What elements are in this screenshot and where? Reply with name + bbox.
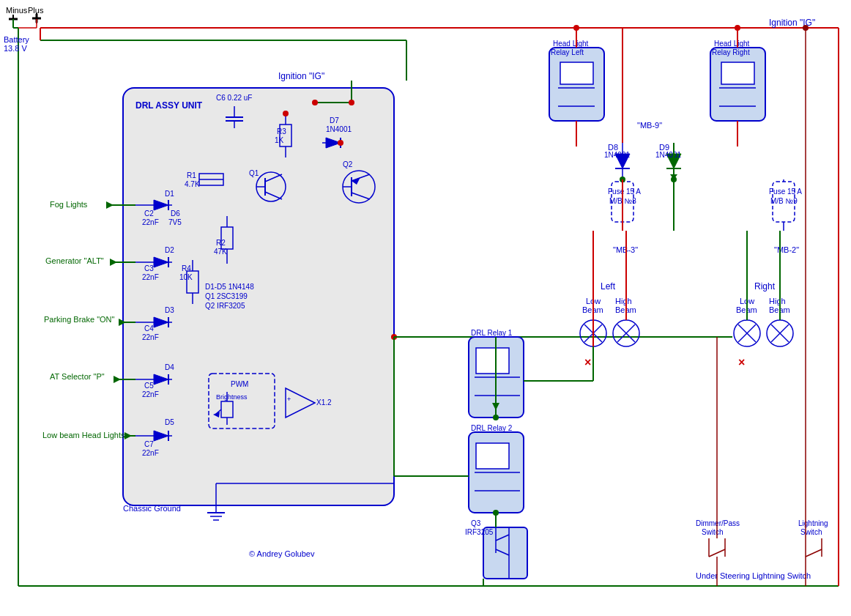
svg-text:Relay Left: Relay Left [551,48,584,56]
svg-text:C6 0.22 uF: C6 0.22 uF [216,94,252,102]
schematic-diagram: Ignition "IG" Ignition "IG" Head Light R… [0,0,851,616]
svg-text:M/B №9: M/B №9 [770,197,798,205]
svg-text:"MB-2": "MB-2" [774,245,799,254]
svg-text:Head Light: Head Light [553,40,589,48]
svg-rect-21 [560,62,593,84]
svg-text:+: + [287,396,291,403]
svg-text:Generator "ALT": Generator "ALT" [45,256,104,265]
svg-text:DRL Relay 2: DRL Relay 2 [471,424,513,432]
svg-text:C2: C2 [144,209,154,218]
svg-text:C3: C3 [144,264,154,272]
svg-text:22nF: 22nF [142,333,159,341]
svg-rect-89 [476,443,509,469]
svg-rect-84 [476,348,509,374]
svg-text:Chassic Ground: Chassic Ground [123,504,181,513]
svg-text:AT Selector "P": AT Selector "P" [50,372,105,381]
svg-text:R3: R3 [277,127,286,136]
svg-text:Fuse 15 A: Fuse 15 A [608,188,641,196]
svg-text:D2: D2 [165,246,174,254]
svg-text:C5: C5 [144,382,154,390]
svg-text:Q2: Q2 [343,160,353,168]
svg-text:Switch: Switch [702,528,723,536]
svg-text:Low beam Head Lights: Low beam Head Lights [42,431,125,439]
svg-text:Brightness: Brightness [216,393,248,401]
svg-text:D7: D7 [330,116,339,125]
svg-text:D3: D3 [165,306,174,314]
svg-point-262 [803,25,809,31]
svg-rect-9 [123,88,394,505]
svg-point-225 [283,111,289,116]
svg-text:DRL Relay 1: DRL Relay 1 [471,329,513,337]
minus-label: Minus [6,6,27,15]
svg-text:22nF: 22nF [142,449,159,457]
svg-text:Head Light: Head Light [714,40,750,48]
svg-text:Q1 2SC3199: Q1 2SC3199 [205,292,248,300]
svg-text:C7: C7 [144,440,154,448]
battery-label: Battery [4,35,29,44]
svg-rect-27 [721,62,754,84]
battery-voltage: 13.8 V [4,44,27,53]
svg-text:"MB-9": "MB-9" [637,121,662,130]
svg-text:4.7K: 4.7K [185,180,200,188]
svg-text:Relay Right: Relay Right [712,48,750,56]
svg-text:DRL ASSY UNIT: DRL ASSY UNIT [135,100,203,111]
svg-text:7V5: 7V5 [168,218,182,226]
svg-text:×: × [584,356,591,368]
svg-point-222 [735,25,740,31]
svg-text:1N4001: 1N4001 [326,125,352,133]
svg-text:PWM: PWM [231,380,248,388]
svg-text:Fog Lights: Fog Lights [50,200,88,209]
svg-point-224 [312,100,318,105]
svg-text:Switch: Switch [800,528,822,536]
svg-point-226 [338,140,343,146]
svg-text:10K: 10K [179,273,193,281]
svg-text:1N4001: 1N4001 [604,151,630,159]
svg-point-223 [349,100,354,105]
svg-text:22nF: 22nF [142,218,159,226]
svg-text:Right: Right [754,281,776,292]
svg-text:22nF: 22nF [142,273,159,281]
svg-text:D6: D6 [171,209,180,218]
svg-text:Lightning: Lightning [798,519,828,527]
svg-text:R1: R1 [187,171,196,179]
svg-text:D1-D5 1N4148: D1-D5 1N4148 [205,283,254,291]
svg-text:Q2 IRF3205: Q2 IRF3205 [205,302,245,310]
svg-text:Fuse 15 A: Fuse 15 A [769,188,802,196]
svg-text:D1: D1 [165,190,174,198]
svg-text:1N4001: 1N4001 [655,151,681,159]
svg-text:Q1: Q1 [249,169,259,177]
svg-text:High: High [615,297,632,305]
plus-label: Plus [28,6,43,15]
svg-text:D4: D4 [165,363,174,371]
svg-text:High: High [769,297,786,305]
svg-text:×: × [738,356,745,368]
svg-text:C4: C4 [144,324,154,333]
svg-text:Left: Left [601,281,616,292]
svg-text:Under Steering Lightning Switc: Under Steering Lightning Switch [696,571,811,580]
ignition-ig-label: Ignition "IG" [769,18,815,28]
svg-text:IRF3205: IRF3205 [465,528,494,536]
svg-text:Parking Brake "ON": Parking Brake "ON" [44,315,115,324]
svg-text:X1.2: X1.2 [316,398,332,407]
svg-text:D5: D5 [165,418,174,426]
svg-text:22nF: 22nF [142,390,159,398]
svg-text:Q3: Q3 [471,519,481,527]
ignition-ig-label2: Ignition "IG" [278,71,324,81]
svg-point-221 [573,25,579,31]
svg-text:© Andrey Golubev: © Andrey Golubev [249,549,315,558]
svg-text:Dimmer/Pass: Dimmer/Pass [696,519,740,527]
